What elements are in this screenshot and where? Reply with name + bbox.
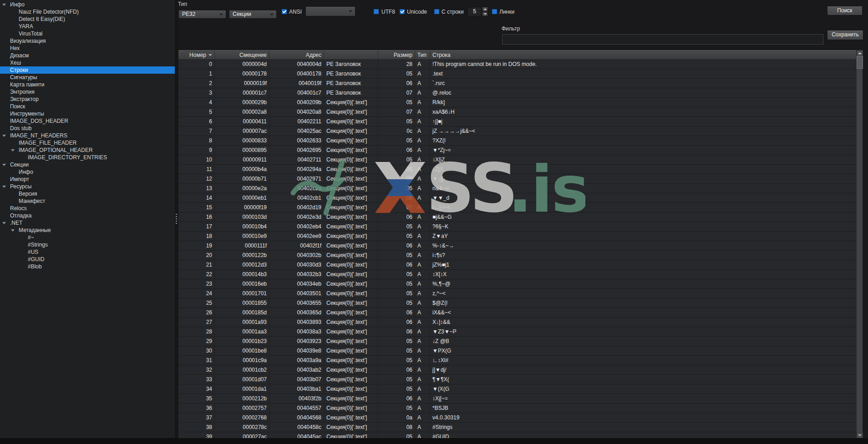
search-button[interactable]: Поиск [827,6,863,15]
column-header-Размер[interactable]: Размер [378,50,415,59]
sidebar-item-8[interactable]: Хеш [0,59,175,66]
links-checkbox[interactable] [492,9,497,14]
table-row[interactable]: 2900001b2300403923Секция(0)['.text']05A↓… [178,337,856,346]
table-row[interactable]: 1100000b4a0040294aСекция(0)['.text']05A↓… [178,165,856,174]
filter-input[interactable] [502,34,823,45]
table-row[interactable]: 3200001cb200403ab2Секция(0)['.text']06Aj… [178,365,856,375]
tree-expand-icon[interactable] [2,222,6,224]
spin-up-icon[interactable] [482,7,488,12]
ansi-checkbox[interactable] [282,9,287,14]
table-row[interactable]: 3000001be8004039e8Секция(0)['.text']05A▼… [178,346,856,356]
save-button[interactable]: Сохранить [827,30,863,40]
sidebar-item-12[interactable]: Энтропия [0,88,175,96]
table-row[interactable]: 7000007ac004025acСекция(0)['.text']0cAjZ… [178,126,856,136]
sidebar-item-3[interactable]: YARA [0,23,175,30]
sidebar-item-4[interactable]: VirusTotal [0,30,175,37]
table-row[interactable]: 20000019f0040019fPE Заголовок06A`.rsrc [178,79,856,88]
sidebar-item-7[interactable]: Дизасм [0,52,175,59]
tree-expand-icon[interactable] [2,135,6,137]
tree-expand-icon[interactable] [11,229,15,232]
splitter[interactable] [175,0,178,444]
column-header-region[interactable] [324,50,378,59]
unicode-checkbox[interactable] [400,9,405,14]
sidebar-item-15[interactable]: Инструменты [0,110,175,117]
sidebar-item-10[interactable]: Сигнатуры [0,74,175,81]
column-header-Смещение[interactable]: Смещение [215,50,269,59]
sidebar-item-23[interactable]: Инфо [0,168,175,176]
table-row[interactable]: 39000027ac004045acСекция(0)['.text']05A#… [178,432,856,438]
sidebar-item-32[interactable]: #~ [0,234,175,241]
table-row[interactable]: 17000010b400402eb4Секция(0)['.text']05A?… [178,222,856,232]
sidebar-item-25[interactable]: Ресурсы [0,183,175,190]
column-header-Строка[interactable]: Строка [430,50,856,59]
table-row[interactable]: 10000017800400178PE Заголовок05A.text [178,69,856,79]
sidebar-item-16[interactable]: IMAGE_DOS_HEADER [0,117,175,125]
sidebar-item-20[interactable]: IMAGE_OPTIONAL_HEADER [0,146,175,154]
spin-down-icon[interactable] [482,12,488,17]
table-row[interactable]: 360000275700404557Секция(0)['.text']05A*… [178,404,856,413]
sidebar-item-0[interactable]: Инфо [0,1,175,8]
table-row[interactable]: 90000089500402695Секция(0)['.text']06A▼*… [178,146,856,155]
sidebar-item-13[interactable]: Экстрактор [0,96,175,103]
utf8-checkbox[interactable] [374,9,379,14]
file-type-combobox[interactable]: PE32 [178,10,226,19]
sidebar-item-29[interactable]: Отладка [0,212,175,219]
table-row[interactable]: 00000004d0040004dPE Заголовок28A!This pr… [178,60,856,69]
sidebar-item-26[interactable]: Версия [0,190,175,197]
sidebar-item-6[interactable]: Hex [0,45,175,52]
sidebar-item-17[interactable]: Dos stub [0,125,175,132]
table-row[interactable]: 2700001a9300403893Секция(0)['.text']06AX… [178,318,856,327]
sidebar-item-31[interactable]: Метаданные [0,227,175,234]
sidebar-item-18[interactable]: IMAGE_NT_HEADERS [0,132,175,139]
table-row[interactable]: 80000083300402633Секция(0)['.text']05A?X… [178,136,856,146]
table-row[interactable]: 240000170100403501Секция(0)['.text']05Az… [178,289,856,298]
sidebar-item-19[interactable]: IMAGE_FILE_HEADER [0,139,175,146]
tree-expand-icon[interactable] [11,149,15,151]
table-row[interactable]: 190000111f00402f1fСекция(0)['.text']06A%… [178,241,856,251]
cstrings-checkbox[interactable] [434,9,439,14]
sidebar-item-36[interactable]: #Blob [0,263,175,270]
sidebar-item-35[interactable]: #GUID [0,256,175,263]
sidebar-item-33[interactable]: #Strings [0,241,175,248]
table-row[interactable]: 370000276800404568Секция(0)['.text']0aAv… [178,413,856,423]
table-row[interactable]: 1500000f1900402d19Секция(0)['.text']07Ai… [178,203,856,212]
table-row[interactable]: 260000185d0040365dСекция(0)['.text']06Ai… [178,308,856,318]
tree-expand-icon[interactable] [2,164,6,166]
column-header-Тип[interactable]: Тип [415,50,430,59]
sidebar-item-24[interactable]: Импорт [0,176,175,183]
table-row[interactable]: 100000091100402711Секция(0)['.text']05A↕… [178,155,856,165]
region-combobox[interactable]: Секции [229,10,277,19]
sidebar-item-22[interactable]: Секции [0,161,175,168]
sidebar-item-28[interactable]: Relocs [0,205,175,212]
tree-expand-icon[interactable] [2,186,6,188]
table-row[interactable]: 5000002a8004020a8Секция(0)['.text']07Axa… [178,107,856,117]
scroll-up-icon[interactable] [857,50,863,56]
sidebar-item-5[interactable]: Визуализация [0,37,175,45]
codepage-combobox[interactable] [305,6,355,16]
column-header-Адрес[interactable]: Адрес [269,50,324,59]
min-length-spinbox[interactable]: 5 [467,7,482,16]
sidebar-item-30[interactable]: .NET [0,219,175,227]
table-row[interactable]: 2800001aa3004038a3Секция(0)['.text']06A▼… [178,327,856,337]
scroll-down-icon[interactable] [857,432,863,438]
table-row[interactable]: 350000212b00403f2bСекция(0)['.text']06A↕… [178,394,856,404]
scrollbar-thumb[interactable] [857,56,863,69]
table-row[interactable]: 40000029b0040209bСекция(0)['.text']05AR/… [178,98,856,107]
column-header-Номер[interactable]: Номер [178,50,215,59]
sidebar-item-27[interactable]: Манифест [0,197,175,205]
sidebar-item-34[interactable]: #US [0,248,175,256]
table-row[interactable]: 60000041100402211Секция(0)['.text']05A↑j… [178,117,856,126]
sidebar-item-2[interactable]: Detect It Easy(DiE) [0,15,175,23]
table-row[interactable]: 1400000eb100402cb1Секция(0)['.text']05A▼… [178,193,856,203]
table-row[interactable]: 3400001da100403ba1Секция(0)['.text']05A▼… [178,384,856,394]
sidebar-item-1[interactable]: Nauz File Detector(NFD) [0,8,175,15]
table-row[interactable]: 21000012d3004030d3Секция(0)['.text']06Aj… [178,260,856,270]
sidebar-item-21[interactable]: IMAGE_DIRECTORY_ENTRIES [0,154,175,161]
vertical-scrollbar[interactable] [856,50,863,438]
table-row[interactable]: 160000103d00402e3dСекция(0)['.text']06A■… [178,212,856,222]
table-row[interactable]: 200000122b0040302bСекция(0)['.text']05Ai… [178,251,856,260]
table-row[interactable]: 1300000e2a00402c2aСекция(0)['.text']05An… [178,184,856,193]
table-row[interactable]: 380000278c0040458cСекция(0)['.text']08A#… [178,423,856,432]
tree-expand-icon[interactable] [2,4,6,6]
table-row[interactable]: 3000001c7004001c7PE Заголовок07A@.reloc [178,88,856,98]
